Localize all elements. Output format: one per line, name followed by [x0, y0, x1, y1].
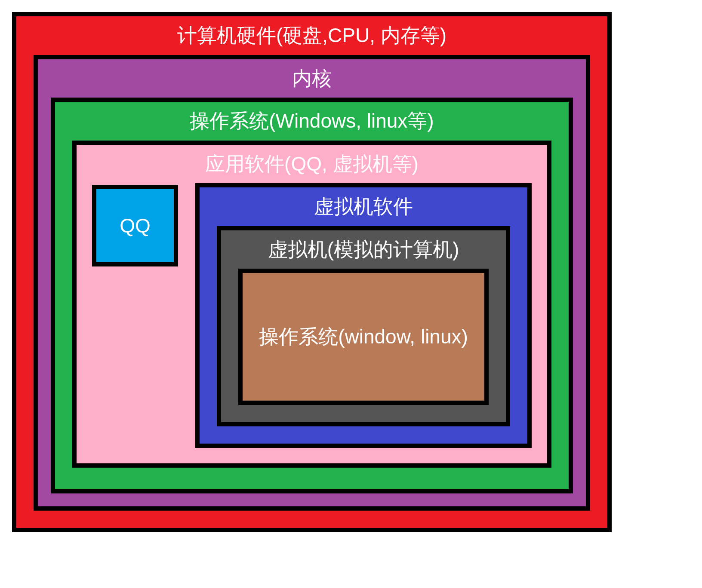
kernel-layer: 内核 操作系统(Windows, linux等) 应用软件(QQ, 虚拟机等) … — [34, 55, 590, 511]
vm-machine-title: 虚拟机(模拟的计算机) — [265, 230, 463, 269]
vm-software-title: 虚拟机软件 — [311, 187, 416, 226]
apps-body: QQ 虚拟机软件 虚拟机(模拟的计算机) 操作系统(window, linux) — [92, 183, 532, 448]
diagram-canvas: 计算机硬件(硬盘,CPU, 内存等) 内核 操作系统(Windows, linu… — [0, 0, 702, 588]
vm-os-title: 操作系统(window, linux) — [259, 319, 468, 355]
qq-label: QQ — [120, 214, 151, 237]
vm-machine-layer: 虚拟机(模拟的计算机) 操作系统(window, linux) — [217, 226, 510, 427]
qq-box: QQ — [92, 185, 178, 266]
kernel-title: 内核 — [289, 59, 335, 98]
hardware-title: 计算机硬件(硬盘,CPU, 内存等) — [174, 16, 450, 55]
apps-layer: 应用软件(QQ, 虚拟机等) QQ 虚拟机软件 虚拟机(模拟的计算机) 操作系统… — [72, 141, 551, 468]
os-title: 操作系统(Windows, linux等) — [186, 102, 437, 141]
apps-title: 应用软件(QQ, 虚拟机等) — [202, 145, 422, 184]
os-layer: 操作系统(Windows, linux等) 应用软件(QQ, 虚拟机等) QQ … — [51, 98, 573, 493]
vm-software-layer: 虚拟机软件 虚拟机(模拟的计算机) 操作系统(window, linux) — [195, 183, 532, 448]
hardware-layer: 计算机硬件(硬盘,CPU, 内存等) 内核 操作系统(Windows, linu… — [12, 12, 612, 532]
vm-os-layer: 操作系统(window, linux) — [238, 269, 489, 405]
